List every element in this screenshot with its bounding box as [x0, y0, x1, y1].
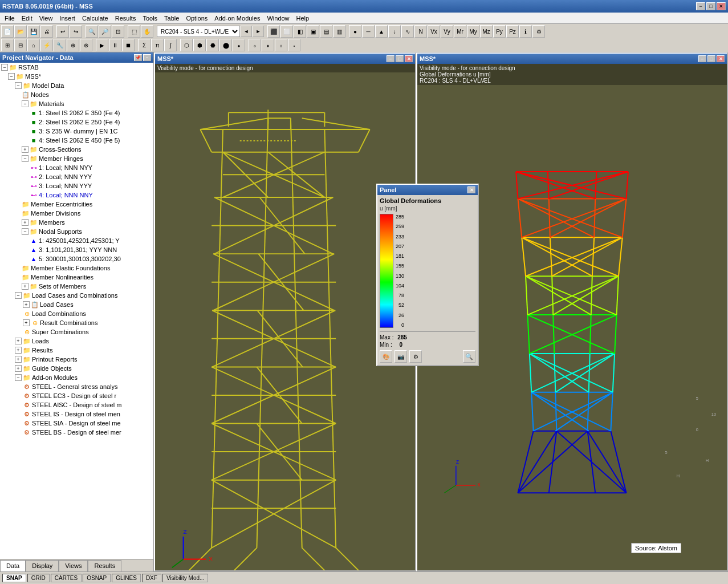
tb-redo[interactable]: ↪ [70, 25, 82, 38]
panel-close-button[interactable]: ✕ [467, 186, 475, 193]
tree-item-hinge2[interactable]: ⊷ 2: Local; NNN YYY [0, 172, 153, 181]
tab-views[interactable]: Views [59, 560, 88, 571]
tb2-7[interactable]: ⊗ [80, 39, 92, 51]
tb2-9[interactable]: ⏸ [109, 39, 121, 51]
tb-member[interactable]: ─ [362, 25, 375, 38]
status-osnap[interactable]: OSNAP [83, 574, 111, 582]
tree-item-mss[interactable]: − 📁 MSS* [0, 72, 153, 81]
tb-my[interactable]: My [467, 25, 479, 38]
right-win-min[interactable]: − [698, 55, 706, 62]
tb-result[interactable]: ∿ [401, 25, 414, 38]
tree-item-member-hinges[interactable]: − 📁 Member Hinges [0, 154, 153, 163]
tree-item-addon4[interactable]: ⚙ STEEL IS - Design of steel men [0, 409, 153, 419]
tb2-2[interactable]: ⊟ [14, 39, 27, 51]
tree-item-model-data[interactable]: − 📁 Model Data [0, 81, 153, 90]
expand-members[interactable]: + [22, 219, 29, 226]
right-win-close[interactable]: ✕ [717, 55, 725, 62]
tree-item-addon5[interactable]: ⚙ STEEL SIA - Design of steel me [0, 419, 153, 428]
tb-open[interactable]: 📂 [14, 25, 27, 38]
tb-pz[interactable]: Pz [506, 25, 519, 38]
tb-print[interactable]: 🖨 [40, 25, 53, 38]
expand-sets-of-members[interactable]: + [22, 283, 29, 290]
left-win-close[interactable]: ✕ [405, 55, 413, 62]
tb-support[interactable]: ▲ [375, 25, 388, 38]
tb2-8[interactable]: ▶ [96, 39, 108, 51]
tb-render[interactable]: ⬛ [267, 25, 280, 38]
tree-item-addon1[interactable]: ⚙ STEEL - General stress analys [0, 382, 153, 391]
tree-item-hinge4[interactable]: ⊷ 4: Local; NNN NNY [0, 190, 153, 200]
menu-tools[interactable]: Tools [139, 14, 161, 23]
tree-item-load-cases-combinations[interactable]: − 📁 Load Cases and Combinations [0, 291, 153, 300]
tb-prev[interactable]: ◄ [241, 26, 252, 37]
tb-wire[interactable]: ⬜ [280, 25, 293, 38]
tree-item-load-cases[interactable]: + 📋 Load Cases [0, 300, 153, 309]
panel-pin-button[interactable]: 📌 [134, 54, 142, 61]
tb2-6[interactable]: ⊕ [67, 39, 79, 51]
expand-cross-sections[interactable]: + [22, 146, 29, 153]
tb2-5[interactable]: 🔧 [54, 39, 66, 51]
tb-label[interactable]: Ν [414, 25, 427, 38]
tree-item-super-combinations[interactable]: ⊛ Super Combinations [0, 327, 153, 336]
expand-materials[interactable]: − [22, 100, 29, 107]
tb2-18[interactable]: ⬥ [233, 39, 245, 51]
expand-load-cases[interactable]: + [23, 301, 30, 308]
menu-addon[interactable]: Add-on Modules [211, 14, 263, 23]
expand-guide-objects[interactable]: + [15, 365, 22, 372]
tb2-3[interactable]: ⌂ [27, 39, 40, 51]
status-visibility-mode[interactable]: Visibility Mod... [162, 574, 209, 582]
tree-item-mat3[interactable]: ■ 3: S 235 W- dummy | EN 1C [0, 127, 153, 136]
tb-zoom-out[interactable]: 🔎 [99, 25, 111, 38]
tb-py[interactable]: Py [493, 25, 506, 38]
right-win-max[interactable]: □ [707, 55, 715, 62]
tree-item-ns5[interactable]: ▲ 5: 300001,300103,300202,30 [0, 254, 153, 263]
status-dxf[interactable]: DXF [142, 574, 161, 582]
tree-item-nodes[interactable]: 📋 Nodes [0, 90, 153, 99]
tree-item-result-combinations[interactable]: + ⊕ Result Combinations [0, 318, 153, 327]
tb-select[interactable]: ⬚ [128, 25, 140, 38]
status-cartes[interactable]: CARTES [51, 574, 82, 582]
tree-item-members[interactable]: + 📁 Members [0, 218, 153, 227]
tree-item-loads[interactable]: + 📁 Loads [0, 336, 153, 346]
tb-side[interactable]: ▥ [333, 25, 345, 38]
tb-fit[interactable]: ⊡ [112, 25, 124, 38]
expand-printout-reports[interactable]: + [15, 356, 22, 363]
tb2-16[interactable]: ⬣ [206, 39, 219, 51]
tab-display[interactable]: Display [26, 560, 59, 571]
tree-item-load-combinations[interactable]: ⊕ Load Combinations [0, 309, 153, 318]
expand-nodal-supports[interactable]: − [22, 228, 29, 235]
menu-calculate[interactable]: Calculate [79, 14, 112, 23]
tb-front[interactable]: ▤ [320, 25, 332, 38]
tree-item-elastic-foundations[interactable]: 📁 Member Elastic Foundations [0, 263, 153, 273]
tb2-14[interactable]: ⬡ [180, 39, 193, 51]
tree-item-addon-modules[interactable]: − 📁 Add-on Modules [0, 373, 153, 382]
tb2-12[interactable]: π [151, 39, 164, 51]
tree-item-ns3[interactable]: ▲ 3: 1,101,201,301; YYY NNN [0, 245, 153, 254]
tree-item-member-divisions[interactable]: 📁 Member Divisions [0, 209, 153, 218]
status-snap[interactable]: SNAP [2, 574, 26, 582]
expand-results[interactable]: + [15, 347, 22, 354]
tree-item-guide-objects[interactable]: + 📁 Guide Objects [0, 364, 153, 373]
expand-result-combinations[interactable]: + [23, 319, 30, 326]
tree-item-hinge3[interactable]: ⊷ 3: Local; NNN YYY [0, 181, 153, 190]
tb2-19[interactable]: ⬦ [249, 39, 261, 51]
tree-item-mat4[interactable]: ■ 4: Steel IS 2062 E 450 (Fe 5) [0, 136, 153, 145]
tb-vx[interactable]: Vx [428, 25, 440, 38]
tree-item-rstab[interactable]: − 📁 RSTAB [0, 63, 153, 72]
tb-mr[interactable]: Mr [454, 25, 466, 38]
status-grid[interactable]: GRID [27, 574, 50, 582]
close-button[interactable]: ✕ [717, 2, 726, 10]
menu-help[interactable]: Help [293, 14, 313, 23]
load-combo-select[interactable]: RC204 - SLS 4 - DL+WL/E [157, 26, 240, 37]
expand-model-data[interactable]: − [15, 82, 22, 89]
menu-window[interactable]: Window [263, 14, 292, 23]
tree-item-materials[interactable]: − 📁 Materials [0, 99, 153, 108]
panel-camera-btn[interactable]: 📷 [394, 350, 407, 363]
tb-load[interactable]: ↓ [388, 25, 401, 38]
tb2-10[interactable]: ⏹ [122, 39, 135, 51]
tree-item-nodal-supports[interactable]: − 📁 Nodal Supports [0, 227, 153, 236]
tree-item-hinge1[interactable]: ⊷ 1: Local; NNN NYY [0, 163, 153, 172]
tb-top[interactable]: ▣ [307, 25, 319, 38]
expand-load-cases-combinations[interactable]: − [15, 292, 22, 299]
panel-minimize-button[interactable]: − [143, 54, 151, 61]
tb-new[interactable]: 📄 [1, 25, 14, 38]
